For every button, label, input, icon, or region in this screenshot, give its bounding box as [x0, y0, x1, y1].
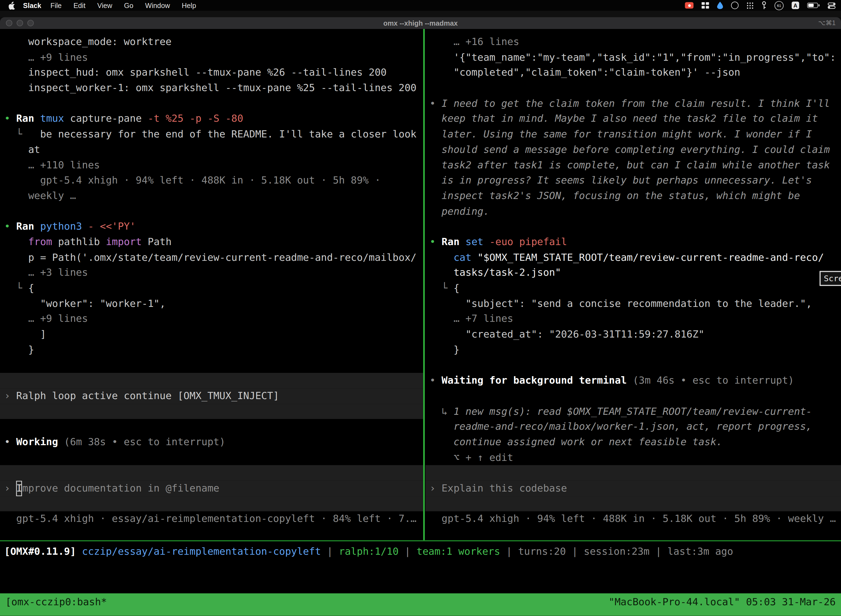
terminal-line: from pathlib import Path — [0, 234, 423, 250]
text-segment: "subject": "send a concise recommendatio… — [429, 298, 812, 309]
terminal-line — [425, 219, 841, 235]
battery-percent-value: 61 — [777, 4, 781, 7]
text-segment: ⌥ + ↑ edit — [429, 452, 513, 463]
terminal-line: at — [0, 142, 423, 158]
terminal-line: inspect_worker-1: omx sparkshell --tmux-… — [0, 81, 423, 96]
prompt-input[interactable]: › Improve documentation in @filename — [0, 481, 423, 496]
app-grid-icon[interactable] — [747, 2, 753, 9]
terminal-line: } — [425, 342, 841, 358]
active-app-name[interactable]: Slack — [23, 1, 41, 9]
text-segment: • — [429, 236, 441, 247]
text-segment: (6m 38s • esc to interrupt) — [64, 436, 226, 447]
terminal-line: └ { — [0, 281, 423, 296]
text-segment: tasks/task-2.json" — [429, 267, 561, 278]
terminal-line: └ { — [425, 281, 841, 296]
model-status-line: gpt-5.4 xhigh · 94% left · 488K in · 5.1… — [425, 511, 841, 527]
text-segment: python3 — [40, 220, 88, 232]
text-segment — [4, 236, 28, 247]
minimize-button[interactable] — [16, 20, 23, 26]
text-segment: "completed","claim_token":"claim-token"}… — [429, 67, 740, 78]
control-center-icon[interactable] — [828, 1, 835, 9]
text-segment: gpt-5.4 xhigh · essay/ai-reimplementatio… — [4, 513, 417, 524]
terminal-line — [0, 419, 423, 435]
text-segment: › — [4, 482, 16, 493]
ghostty-icon[interactable] — [731, 1, 738, 9]
close-button[interactable] — [6, 20, 12, 26]
terminal-line: workspace_mode: worktree — [0, 34, 423, 50]
text-segment: … +7 lines — [429, 313, 513, 324]
menu-view[interactable]: View — [97, 1, 112, 9]
text-segment: weekly … — [4, 190, 76, 201]
keyboard-input-icon[interactable]: A — [792, 1, 799, 9]
terminal-line: … +3 lines — [0, 265, 423, 281]
screen-tooltip: Scre — [819, 271, 841, 286]
terminal-line: pending. — [425, 204, 841, 219]
text-segment: └ — [4, 128, 40, 140]
text-segment: workspace_mode: worktree — [4, 36, 171, 47]
apple-menu-icon[interactable] — [9, 1, 15, 9]
terminal-line: p = Path('.omx/state/team/review-current… — [0, 250, 423, 265]
text-segment: later. Using the same for transition mig… — [429, 128, 812, 140]
prompt-suggestion[interactable]: › Explain this codebase — [425, 481, 841, 496]
text-segment: … +9 lines — [4, 313, 88, 324]
window-title: omx --xhigh --madmax — [0, 19, 841, 27]
terminal-line: continue assigned work or next feasible … — [425, 434, 841, 450]
terminal-line: readme-and-reco/mailbox/worker-1.json, a… — [425, 419, 841, 435]
menu-help[interactable]: Help — [182, 1, 196, 9]
desktop-background-strip — [0, 11, 841, 17]
text-segment: at — [4, 144, 40, 155]
text-segment: I need to get the claim token from the c… — [441, 97, 830, 109]
zoom-button[interactable] — [27, 20, 34, 26]
menu-file[interactable]: File — [50, 1, 62, 9]
key-icon[interactable] — [762, 1, 766, 10]
tmux-pane-left[interactable]: workspace_mode: worktree … +9 lines insp… — [0, 34, 423, 527]
battery-icon[interactable] — [807, 3, 820, 8]
text-segment: pending. — [429, 205, 489, 217]
text-segment: └ — [429, 282, 454, 293]
menu-bar: Slack FileEditViewGoWindowHelp — [0, 0, 841, 11]
text-segment: } — [4, 344, 34, 355]
text-segment: Waiting for background terminal — [441, 374, 633, 386]
text-segment: readme-and-reco/mailbox/worker-1.json, a… — [429, 421, 812, 432]
terminal-line: … +16 lines — [425, 34, 841, 50]
text-segment: continue assigned work or next feasible … — [429, 436, 722, 447]
terminal-line — [0, 465, 423, 481]
text-segment: cat — [454, 251, 478, 263]
terminal-line: "worker": "worker-1", — [0, 296, 423, 311]
text-segment: └ — [4, 282, 28, 293]
terminal-line — [425, 388, 841, 404]
text-segment: ↳ — [429, 405, 454, 417]
text-segment: • — [4, 220, 16, 232]
menu-window[interactable]: Window — [145, 1, 170, 9]
text-segment: • — [4, 436, 16, 447]
terminal-line: gpt-5.4 xhigh · 94% left · 488K in · 5.1… — [0, 173, 423, 188]
menu-edit[interactable]: Edit — [73, 1, 85, 9]
terminal-line: "completed","claim_token":"claim-token"}… — [425, 65, 841, 81]
text-segment: 1 new msg(s): read $OMX_TEAM_STATE_ROOT/… — [454, 405, 812, 417]
text-segment: Ran — [16, 220, 40, 232]
raindrop-icon[interactable] — [717, 1, 723, 9]
text-segment: Path — [142, 236, 171, 247]
text-segment: } — [429, 344, 459, 355]
menu-go[interactable]: Go — [124, 1, 133, 9]
text-segment: | — [399, 546, 417, 557]
text-segment: '{"team_name":"my-team","task_id":"1","f… — [429, 51, 836, 63]
tmux-pane-divider[interactable] — [423, 29, 425, 540]
tmux-horizontal-divider[interactable] — [0, 540, 841, 541]
text-segment: › — [429, 482, 441, 493]
text-segment: -t %25 -p -S -80 — [148, 113, 243, 124]
screen-recording-icon[interactable] — [685, 2, 693, 9]
battery-percentage-icon[interactable]: 61 — [775, 1, 784, 10]
terminal-line — [0, 96, 423, 111]
window-tiling-icon[interactable] — [702, 2, 709, 9]
terminal-line: … +7 lines — [425, 311, 841, 327]
text-segment: Ralph loop active continue [OMX_TMUX_INJ… — [16, 390, 279, 401]
tmux-pane-right[interactable]: … +16 lines '{"team_name":"my-team","tas… — [425, 34, 841, 527]
text-segment: … +110 lines — [4, 159, 100, 170]
text-segment: "created_at": "2026-03-31T11:59:27.816Z" — [429, 329, 705, 340]
text-segment: "$OMX_TEAM_STATE_ROOT/team/review-curren… — [477, 251, 824, 263]
terminal-line: … +9 lines — [0, 50, 423, 65]
screen: Slack FileEditViewGoWindowHelp — [0, 0, 841, 616]
terminal-line: inspect_hud: omx sparkshell --tmux-pane … — [0, 65, 423, 81]
text-segment: Ran — [441, 236, 466, 247]
